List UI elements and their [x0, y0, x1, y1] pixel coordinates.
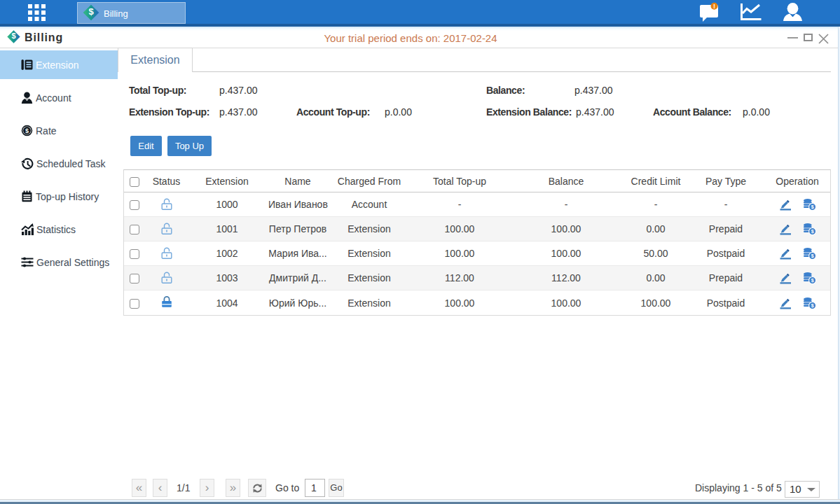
svg-text:$: $	[811, 278, 814, 284]
svg-text:$: $	[25, 127, 29, 134]
svg-text:$: $	[811, 204, 814, 210]
svg-text:$: $	[811, 229, 814, 234]
svg-text:$: $	[811, 253, 814, 259]
svg-text:!: !	[713, 3, 715, 10]
svg-text:$: $	[811, 303, 814, 309]
